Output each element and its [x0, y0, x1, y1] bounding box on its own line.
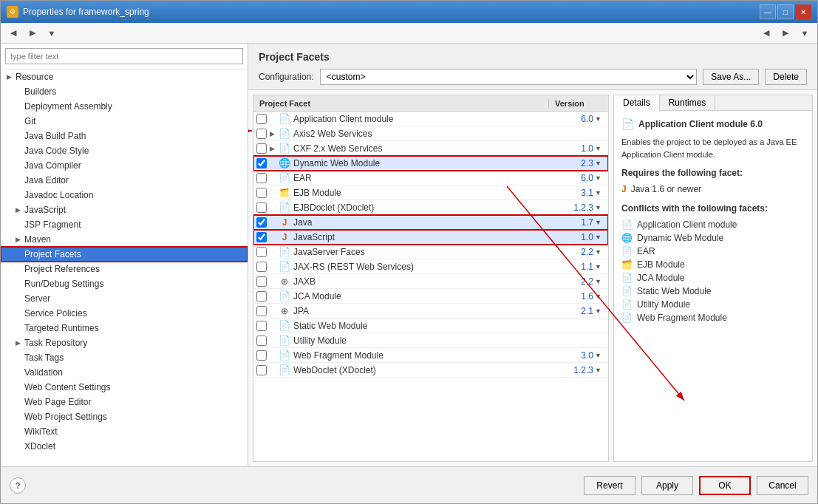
conflict-doc-icon: 📄 — [621, 273, 633, 283]
tab-runtimes[interactable]: Runtimes — [660, 95, 716, 110]
sidebar-item-java-build-path[interactable]: Java Build Path — [1, 129, 248, 143]
facet-dropdown-icon[interactable]: ▼ — [595, 160, 605, 167]
sidebar-item-task-tags[interactable]: Task Tags — [1, 350, 248, 365]
sidebar-item-java-compiler[interactable]: Java Compiler — [1, 158, 248, 173]
cancel-button[interactable]: Cancel — [757, 476, 808, 495]
toolbar: ◀ ▶ ▼ ◀ ▶ ▼ — [1, 23, 817, 44]
facet-dropdown-icon[interactable]: ▼ — [595, 278, 605, 285]
help-button[interactable]: ? — [10, 477, 26, 494]
facet-checkbox-javascript[interactable] — [256, 232, 267, 242]
facet-dropdown-icon[interactable]: ▼ — [595, 145, 605, 152]
sidebar-item-validation[interactable]: Validation — [1, 365, 248, 380]
apply-button[interactable]: Apply — [641, 476, 693, 495]
facet-version: 1.2.3 — [554, 202, 595, 213]
conflict-doc-icon: 📄 — [621, 286, 633, 296]
nav-dropdown-button[interactable]: ▼ — [797, 25, 813, 41]
sidebar-item-web-content-settings[interactable]: Web Content Settings — [1, 380, 248, 395]
facet-checkbox-ejbdoclet[interactable] — [256, 202, 267, 213]
delete-button[interactable]: Delete — [765, 69, 807, 85]
facet-j-icon: J — [279, 217, 290, 228]
dropdown-button[interactable]: ▼ — [44, 25, 60, 41]
sidebar-item-service-policies[interactable]: Service Policies — [1, 306, 248, 321]
facet-checkbox-ejb[interactable] — [256, 188, 267, 198]
facet-dropdown-icon[interactable]: ▼ — [595, 352, 605, 359]
facet-checkbox-jca[interactable] — [256, 291, 267, 302]
facet-checkbox-jpa[interactable] — [256, 306, 267, 316]
facet-name: JAXB — [293, 276, 554, 287]
conflicts-label: Conflicts with the following facets: — [621, 203, 805, 214]
facet-checkbox-jax-rs[interactable] — [256, 262, 267, 272]
sidebar-item-java-editor[interactable]: Java Editor — [1, 173, 248, 188]
facet-checkbox-web-fragment[interactable] — [256, 350, 267, 361]
sidebar-item-project-references[interactable]: Project References — [1, 262, 248, 276]
nav-forward-button[interactable]: ▶ — [777, 25, 794, 41]
conflict-text: Application Client module — [637, 219, 737, 230]
facet-checkbox-java[interactable] — [256, 217, 267, 228]
facet-dropdown-icon[interactable]: ▼ — [595, 293, 605, 300]
sidebar: ▶ Resource Builders Deployment Assembly … — [1, 44, 248, 466]
sidebar-item-targeted-runtimes[interactable]: Targeted Runtimes — [1, 321, 248, 336]
minimize-button[interactable]: — — [760, 4, 776, 19]
sidebar-item-wikitext[interactable]: WikiText — [1, 424, 248, 439]
facet-checkbox-jsf[interactable] — [256, 247, 267, 257]
sidebar-item-javascript[interactable]: ▶ JavaScript — [1, 202, 248, 217]
facet-checkbox-axis2[interactable] — [256, 129, 267, 139]
facet-dropdown-icon[interactable]: ▼ — [595, 367, 605, 374]
facet-dropdown-icon[interactable]: ▼ — [595, 248, 605, 256]
facet-checkbox-jaxb[interactable] — [256, 276, 267, 287]
sidebar-item-java-code-style[interactable]: Java Code Style — [1, 143, 248, 158]
tab-details[interactable]: Details — [614, 95, 660, 111]
facet-checkbox-app-client[interactable] — [256, 114, 267, 124]
facet-dropdown-icon[interactable]: ▼ — [595, 204, 605, 211]
back-button[interactable]: ◀ — [5, 25, 21, 41]
sidebar-item-run-debug[interactable]: Run/Debug Settings — [1, 276, 248, 291]
revert-button[interactable]: Revert — [584, 476, 635, 495]
sidebar-item-git[interactable]: Git — [1, 114, 248, 129]
conflict-doc-icon: 📄 — [621, 299, 633, 310]
sidebar-item-builders[interactable]: Builders — [1, 84, 248, 99]
sidebar-item-maven[interactable]: ▶ Maven — [1, 232, 248, 247]
maximize-button[interactable]: □ — [777, 4, 794, 19]
sidebar-item-javadoc-location[interactable]: Javadoc Location — [1, 188, 248, 202]
facet-dropdown-icon[interactable]: ▼ — [595, 189, 605, 197]
facet-checkbox-webdoclet[interactable] — [256, 365, 267, 375]
facet-dropdown-icon[interactable]: ▼ — [595, 307, 605, 315]
filter-input[interactable] — [5, 48, 243, 64]
facet-checkbox-dynamic-web[interactable] — [256, 158, 267, 168]
sidebar-item-web-project-settings[interactable]: Web Project Settings — [1, 409, 248, 424]
facet-checkbox-static-web[interactable] — [256, 321, 267, 331]
close-button[interactable]: ✕ — [795, 4, 811, 19]
facet-version: 2.1 — [554, 306, 595, 316]
facet-dropdown-icon[interactable]: ▼ — [595, 234, 605, 241]
facet-expand-icon[interactable]: ▶ — [270, 130, 279, 137]
conflict-item-jca: 📄 JCA Module — [621, 271, 805, 285]
facet-expand-icon[interactable]: ▶ — [270, 145, 279, 152]
sidebar-item-jsp-fragment[interactable]: JSP Fragment — [1, 217, 248, 232]
facet-dropdown-icon[interactable]: ▼ — [595, 263, 605, 270]
sidebar-item-project-facets[interactable]: Project Facets — [1, 247, 248, 262]
config-select[interactable]: <custom> — [320, 69, 698, 85]
facet-name: Utility Module — [293, 336, 554, 346]
facet-row-ejb: 🗂️ EJB Module 3.1 ▼ — [253, 185, 608, 200]
facet-row-jaxb: ⊕ JAXB 2.2 ▼ — [253, 274, 608, 289]
sidebar-item-task-repository[interactable]: ▶ Task Repository — [1, 336, 248, 350]
config-label: Configuration: — [259, 72, 314, 82]
sidebar-item-xdoclet[interactable]: XDoclet — [1, 439, 248, 454]
facet-checkbox-ear[interactable] — [256, 173, 267, 183]
conflict-item-dynamic-web: 🌐 Dynamic Web Module — [621, 231, 805, 245]
facet-checkbox-utility[interactable] — [256, 336, 267, 346]
facet-dropdown-icon[interactable]: ▼ — [595, 219, 605, 226]
forward-button[interactable]: ▶ — [24, 25, 41, 41]
facet-checkbox-cxf[interactable] — [256, 143, 267, 154]
sidebar-item-server[interactable]: Server — [1, 291, 248, 306]
facet-dropdown-icon[interactable]: ▼ — [595, 115, 605, 123]
facet-dropdown-icon[interactable]: ▼ — [595, 174, 605, 182]
sidebar-item-deployment-assembly[interactable]: Deployment Assembly — [1, 99, 248, 114]
nav-back-button[interactable]: ◀ — [758, 25, 774, 41]
save-as-button[interactable]: Save As... — [703, 69, 759, 85]
facet-doc-icon: 📄 — [279, 290, 290, 302]
facet-name: JavaServer Faces — [293, 247, 554, 257]
sidebar-item-resource[interactable]: ▶ Resource — [1, 69, 248, 84]
ok-button[interactable]: OK — [699, 476, 751, 495]
sidebar-item-web-page-editor[interactable]: Web Page Editor — [1, 395, 248, 409]
